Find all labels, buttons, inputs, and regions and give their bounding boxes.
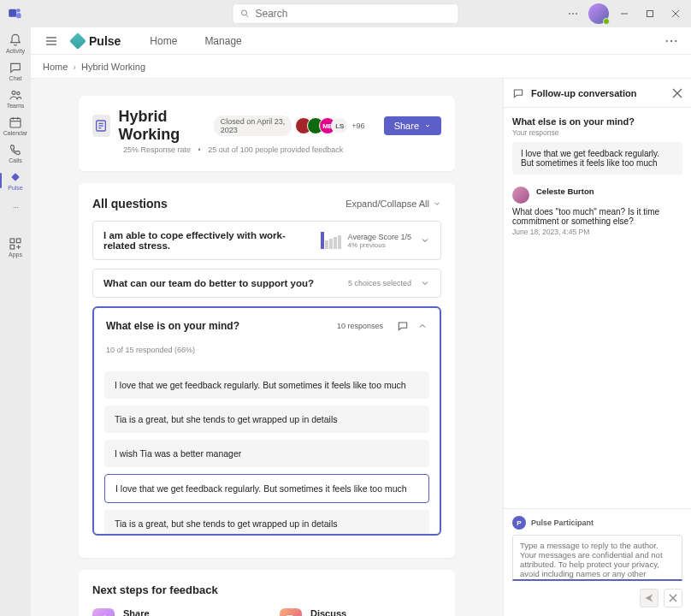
questions-title: All questions — [92, 197, 168, 210]
facepile-more: +96 — [351, 121, 364, 130]
responses-list: I love that we get feedback regularly. B… — [94, 363, 440, 534]
dismiss-button[interactable] — [664, 589, 682, 607]
expand-collapse-all[interactable]: Expand/Collapse All — [346, 198, 441, 209]
share-button[interactable]: Share — [384, 116, 441, 135]
titlebar: ⋯ — [0, 0, 691, 27]
tab-home[interactable]: Home — [141, 32, 186, 50]
rail-more[interactable]: ⋯ — [0, 195, 31, 221]
global-search[interactable] — [233, 3, 459, 24]
calendar-icon — [9, 116, 22, 129]
rail-activity[interactable]: Activity — [0, 31, 31, 56]
app-rail: Activity Chat Teams Calendar Calls Pulse… — [0, 27, 31, 616]
chat-icon — [9, 61, 22, 74]
response-item[interactable]: I love that we get feedback regularly. B… — [104, 474, 429, 503]
share-icon — [92, 608, 115, 616]
question-row[interactable]: What can our team do better to support y… — [92, 269, 441, 298]
next-steps-section: Next steps for feedback Share Share your… — [79, 570, 455, 616]
chevron-up-icon[interactable] — [417, 321, 428, 331]
svg-point-9 — [12, 91, 15, 94]
app-logo: Pulse — [72, 34, 121, 48]
svg-rect-6 — [647, 11, 653, 17]
tab-manage[interactable]: Manage — [196, 32, 250, 50]
rail-pulse[interactable]: Pulse — [0, 168, 31, 193]
close-button[interactable] — [665, 3, 686, 24]
hamburger-button[interactable] — [43, 33, 60, 50]
svg-rect-15 — [11, 173, 20, 181]
close-panel-button[interactable] — [672, 88, 682, 98]
app-name: Pulse — [89, 34, 121, 48]
chevron-down-icon — [424, 122, 431, 129]
search-icon — [240, 9, 251, 19]
svg-point-10 — [17, 92, 20, 94]
global-search-input[interactable] — [256, 8, 452, 20]
rail-apps[interactable]: Apps — [0, 234, 31, 260]
topbar: Pulse Home Manage ⋯ — [31, 27, 691, 55]
svg-rect-0 — [9, 9, 16, 17]
facepile[interactable]: MB LS +96 — [300, 117, 364, 134]
response-item[interactable]: Tia is a great, but she tends to get wra… — [104, 510, 429, 534]
pulse-icon — [9, 170, 22, 184]
send-button[interactable] — [640, 589, 659, 607]
question-row[interactable]: I am able to cope effectively with work-… — [92, 221, 441, 260]
response-item[interactable]: I wish Tia was a better manager — [104, 440, 429, 467]
response-item[interactable]: I love that we get feedback regularly. B… — [104, 371, 429, 399]
participant-icon: P — [512, 516, 526, 530]
people-icon — [9, 88, 22, 102]
profile-avatar[interactable] — [588, 3, 609, 24]
svg-rect-16 — [10, 239, 15, 243]
question-title: What else is on your mind? — [106, 320, 239, 332]
breadcrumb-current: Hybrid Working — [81, 62, 145, 72]
avatar: LS — [331, 117, 348, 134]
phone-icon — [9, 143, 22, 157]
rail-teams[interactable]: Teams — [0, 86, 31, 111]
quoted-response: I love that we get feedback regularly. B… — [512, 142, 682, 175]
svg-rect-2 — [16, 13, 21, 18]
chevron-right-icon: › — [73, 62, 76, 72]
score-bars: Average Score 1/5 4% previous — [321, 232, 411, 249]
message-time: June 18, 2023, 4:45 PM — [512, 228, 682, 236]
svg-point-1 — [16, 9, 21, 13]
message-text: What does "too much" mean? Is it time co… — [512, 207, 682, 226]
discuss-icon — [280, 608, 302, 616]
rail-chat[interactable]: Chat — [0, 58, 31, 84]
conversation-icon — [512, 87, 524, 99]
rail-calls[interactable]: Calls — [0, 140, 31, 166]
svg-line-4 — [246, 15, 249, 18]
pulse-logo-icon — [69, 33, 86, 50]
breadcrumb-home[interactable]: Home — [43, 62, 68, 72]
more-icon: ⋯ — [9, 201, 22, 215]
rail-calendar[interactable]: Calendar — [0, 113, 31, 139]
panel-question: What else is on your mind? — [512, 116, 682, 127]
svg-rect-18 — [10, 245, 15, 249]
chevron-down-icon — [420, 278, 430, 288]
responded-count: 10 of 15 responded (66%) — [94, 341, 440, 363]
more-button[interactable]: ⋯ — [563, 3, 583, 24]
comment-icon[interactable] — [397, 320, 409, 332]
bell-icon — [9, 33, 22, 47]
topbar-more[interactable]: ⋯ — [664, 33, 679, 49]
panel-title: Follow-up conversation — [531, 88, 665, 98]
status-badge: Closed on April 23, 2023 — [214, 116, 292, 136]
next-steps-title: Next steps for feedback — [92, 583, 441, 596]
svg-rect-11 — [10, 118, 21, 127]
teams-logo-icon — [7, 6, 22, 21]
questions-section: All questions Expand/Collapse All I am a… — [79, 183, 455, 558]
response-rate: 25% Response rate — [123, 145, 191, 154]
author-avatar — [512, 187, 529, 204]
author-name: Celeste Burton — [536, 187, 594, 204]
participant-label: Pulse Participant — [531, 518, 594, 527]
reply-input[interactable] — [512, 535, 682, 581]
response-item[interactable]: Tia is a great, but she tends to get wra… — [104, 406, 429, 433]
question-panel-expanded: What else is on your mind? 10 responses … — [92, 306, 441, 536]
survey-icon — [92, 115, 110, 137]
page-title: Hybrid Working — [119, 108, 207, 144]
your-response-label: Your response — [512, 128, 682, 137]
chevron-down-icon — [433, 199, 441, 208]
svg-point-3 — [242, 10, 247, 15]
maximize-button[interactable] — [640, 3, 660, 24]
followup-panel: Follow-up conversation What else is on y… — [503, 79, 691, 616]
svg-rect-17 — [16, 239, 21, 243]
chevron-down-icon — [420, 235, 430, 246]
response-count: 25 out of 100 people provided feedback — [208, 145, 343, 154]
minimize-button[interactable] — [614, 3, 635, 24]
